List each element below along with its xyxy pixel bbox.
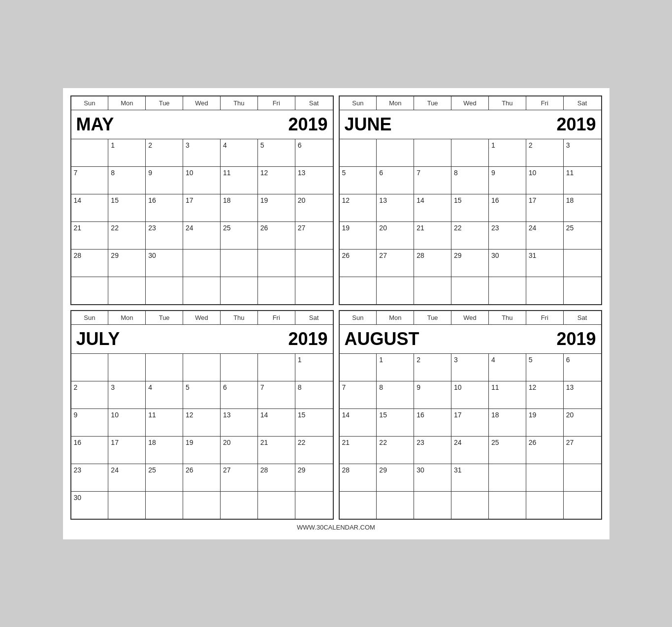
cal-day: 9 [414, 381, 451, 408]
cal-day [146, 277, 183, 304]
cal-day: 24 [183, 222, 221, 249]
cal-day: 28 [340, 464, 377, 491]
cal-week-4: 282930 [71, 250, 333, 277]
cal-week-0: 1 [71, 354, 333, 381]
cal-day [451, 492, 489, 519]
day-header-tue: Tue [146, 96, 183, 110]
cal-day [414, 492, 451, 519]
calendar-may-2019: SunMonTueWedThuFriSatMAY2019123456789101… [70, 95, 334, 305]
cal-day: 11 [146, 409, 183, 436]
cal-week-0: 123 [340, 139, 601, 167]
cal-day: 21 [258, 437, 295, 464]
cal-day: 12 [526, 381, 564, 408]
cal-day [564, 492, 601, 519]
cal-day: 29 [377, 464, 414, 491]
cal-day: 5 [258, 139, 295, 166]
day-header-sun: Sun [71, 311, 109, 324]
cal-day: 27 [295, 222, 333, 249]
cal-day: 6 [377, 167, 414, 194]
cal-week-2: 14151617181920 [340, 409, 601, 437]
cal-week-3: 19202122232425 [340, 222, 601, 250]
cal-day: 31 [451, 464, 489, 491]
cal-day: 1 [108, 139, 146, 166]
day-header-row: SunMonTueWedThuFriSat [340, 96, 601, 110]
cal-week-3: 21222324252627 [71, 222, 333, 250]
day-header-thu: Thu [221, 311, 258, 324]
cal-day: 17 [183, 194, 221, 221]
cal-day [564, 464, 601, 491]
cal-day: 23 [414, 437, 451, 464]
cal-day: 6 [564, 354, 601, 381]
cal-day [221, 277, 258, 304]
day-header-wed: Wed [451, 311, 489, 324]
day-header-sun: Sun [340, 311, 377, 324]
cal-day: 1 [377, 354, 414, 381]
day-header-mon: Mon [108, 311, 146, 324]
cal-day [451, 139, 489, 166]
cal-day: 14 [340, 409, 377, 436]
cal-day: 3 [183, 139, 221, 166]
cal-day: 7 [414, 167, 451, 194]
cal-day: 11 [221, 167, 258, 194]
cal-body: 1234567891011121314151617181920212223242… [71, 139, 333, 304]
calendar-july-2019: SunMonTueWedThuFriSatJULY201912345678910… [70, 310, 334, 520]
cal-day: 3 [564, 139, 601, 166]
cal-day: 7 [71, 167, 109, 194]
cal-day: 26 [183, 464, 221, 491]
cal-day: 28 [258, 464, 295, 491]
cal-day [414, 277, 451, 304]
day-header-thu: Thu [489, 96, 526, 110]
day-header-tue: Tue [146, 311, 183, 324]
cal-day: 25 [221, 222, 258, 249]
page: SunMonTueWedThuFriSatMAY2019123456789101… [63, 88, 609, 539]
cal-day: 20 [221, 437, 258, 464]
cal-day: 10 [108, 409, 146, 436]
day-header-row: SunMonTueWedThuFriSat [71, 96, 333, 110]
cal-day: 9 [489, 167, 526, 194]
cal-day: 22 [451, 222, 489, 249]
cal-day: 31 [526, 250, 564, 277]
cal-week-3: 21222324252627 [340, 437, 601, 464]
cal-day: 10 [451, 381, 489, 408]
cal-day: 26 [340, 250, 377, 277]
cal-title-row: JULY2019 [71, 325, 333, 354]
day-header-fri: Fri [526, 311, 564, 324]
cal-day: 2 [146, 139, 183, 166]
cal-day [258, 492, 295, 519]
cal-day: 15 [451, 194, 489, 221]
cal-day: 2 [414, 354, 451, 381]
cal-day: 1 [295, 354, 333, 381]
cal-day [108, 354, 146, 381]
cal-day: 29 [295, 464, 333, 491]
cal-day: 28 [71, 250, 109, 277]
cal-day: 4 [221, 139, 258, 166]
cal-body: 1234567891011121314151617181920212223242… [340, 354, 601, 519]
cal-day: 17 [451, 409, 489, 436]
cal-day: 20 [295, 194, 333, 221]
cal-day: 16 [414, 409, 451, 436]
cal-week-2: 12131415161718 [340, 194, 601, 222]
cal-day [489, 277, 526, 304]
cal-day [71, 139, 109, 166]
cal-week-1: 2345678 [71, 381, 333, 409]
cal-day: 18 [489, 409, 526, 436]
cal-day: 9 [71, 409, 109, 436]
cal-week-5 [71, 277, 333, 304]
cal-day: 10 [183, 167, 221, 194]
cal-day: 18 [221, 194, 258, 221]
year-name: 2019 [556, 329, 596, 349]
cal-day [340, 354, 377, 381]
cal-week-3: 16171819202122 [71, 437, 333, 464]
cal-day: 23 [71, 464, 109, 491]
day-header-sat: Sat [564, 311, 601, 324]
cal-day: 14 [258, 409, 295, 436]
calendars-grid: SunMonTueWedThuFriSatMAY2019123456789101… [70, 95, 602, 520]
cal-day: 22 [377, 437, 414, 464]
cal-day: 25 [489, 437, 526, 464]
cal-day [377, 277, 414, 304]
cal-day [221, 250, 258, 277]
cal-day: 20 [377, 222, 414, 249]
cal-day: 16 [71, 437, 109, 464]
month-name: AUGUST [345, 329, 419, 349]
cal-day: 30 [489, 250, 526, 277]
